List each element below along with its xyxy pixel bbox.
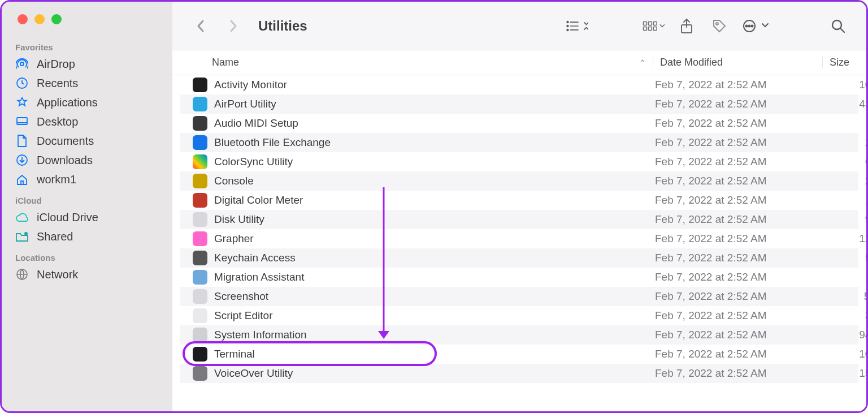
file-size: 1.4 MB xyxy=(822,271,866,283)
file-row[interactable]: VoiceOver UtilityFeb 7, 2022 at 2:52 AM1… xyxy=(180,364,858,383)
file-row[interactable]: Audio MIDI SetupFeb 7, 2022 at 2:52 AM10… xyxy=(180,114,858,133)
sidebar-item-network[interactable]: Network xyxy=(6,265,168,284)
app-icon xyxy=(193,135,207,150)
sidebar-item-label: iCloud Drive xyxy=(37,211,98,224)
file-row[interactable]: AirPort UtilityFeb 7, 2022 at 2:52 AM43.… xyxy=(180,94,858,114)
file-date: Feb 7, 2022 at 2:52 AM xyxy=(653,117,822,130)
sidebar-item-label: Desktop xyxy=(37,115,78,128)
file-row[interactable]: Digital Color MeterFeb 7, 2022 at 2:52 A… xyxy=(180,191,858,210)
folder-shared-icon xyxy=(15,230,29,243)
tags-button[interactable] xyxy=(708,15,731,37)
sidebar-item-downloads[interactable]: Downloads xyxy=(6,150,168,170)
file-name: AirPort Utility xyxy=(214,98,276,110)
search-button[interactable] xyxy=(827,15,849,37)
column-size-header[interactable]: Size xyxy=(822,57,868,68)
close-window-button[interactable] xyxy=(18,14,28,24)
toolbar: Utilities xyxy=(172,2,866,50)
column-name-header[interactable]: Name ⌃ xyxy=(172,57,653,68)
app-icon xyxy=(193,154,207,169)
sidebar-item-applications[interactable]: Applications xyxy=(6,93,168,112)
apps-icon xyxy=(15,96,29,109)
globe-icon xyxy=(15,268,29,281)
view-list-button[interactable] xyxy=(566,15,588,37)
minimize-window-button[interactable] xyxy=(34,14,45,24)
svg-rect-14 xyxy=(648,21,652,25)
sidebar-item-documents[interactable]: Documents xyxy=(6,131,168,150)
file-date: Feb 7, 2022 at 2:52 AM xyxy=(653,213,822,226)
file-date: Feb 7, 2022 at 2:52 AM xyxy=(653,175,822,187)
file-name: Screenshot xyxy=(214,290,268,303)
file-row[interactable]: ColorSync UtilityFeb 7, 2022 at 2:52 AM6… xyxy=(180,152,858,171)
sidebar-item-label: Shared xyxy=(37,230,73,243)
back-button[interactable] xyxy=(189,15,212,37)
file-row[interactable]: System InformationFeb 7, 2022 at 2:52 AM… xyxy=(180,325,858,345)
file-row[interactable]: Keychain AccessFeb 7, 2022 at 2:52 AM5.7… xyxy=(180,248,858,268)
app-icon xyxy=(193,308,207,323)
forward-button[interactable] xyxy=(222,15,245,37)
cloud-icon xyxy=(15,210,29,224)
file-row[interactable]: TerminalFeb 7, 2022 at 2:52 AM10.6 MBApp… xyxy=(180,345,858,364)
fullscreen-window-button[interactable] xyxy=(51,14,62,24)
file-row[interactable]: Bluetooth File ExchangeFeb 7, 2022 at 2:… xyxy=(180,133,858,152)
svg-line-26 xyxy=(840,28,844,32)
app-icon xyxy=(193,78,207,92)
file-row[interactable]: Migration AssistantFeb 7, 2022 at 2:52 A… xyxy=(180,268,858,287)
doc-icon xyxy=(15,134,29,148)
svg-point-5 xyxy=(24,232,28,235)
file-size: 3.3 MB xyxy=(822,309,866,322)
svg-point-9 xyxy=(567,25,568,27)
app-icon xyxy=(193,116,207,131)
file-size: 10.6 MB xyxy=(822,348,866,360)
file-row[interactable]: GrapherFeb 7, 2022 at 2:52 AM12.8 MBAppl… xyxy=(180,229,858,248)
sidebar-item-label: Network xyxy=(37,268,78,281)
svg-point-22 xyxy=(746,25,748,27)
column-date-header[interactable]: Date Modified xyxy=(653,57,822,68)
file-row[interactable]: Script EditorFeb 7, 2022 at 2:52 AM3.3 M… xyxy=(180,306,858,325)
sidebar-item-icloud-drive[interactable]: iCloud Drive xyxy=(6,208,168,227)
svg-rect-16 xyxy=(643,27,646,30)
file-size: 2.7 MB xyxy=(822,175,866,187)
share-button[interactable] xyxy=(675,15,698,37)
action-menu-button[interactable] xyxy=(741,15,772,37)
svg-rect-18 xyxy=(653,27,657,30)
file-row[interactable]: Activity MonitorFeb 7, 2022 at 2:52 AM10… xyxy=(180,75,858,94)
sidebar-item-label: Applications xyxy=(37,96,98,109)
sidebar-item-label: Documents xyxy=(37,135,94,148)
sidebar-item-recents[interactable]: Recents xyxy=(6,74,168,93)
file-size: 6.8 MB xyxy=(822,156,866,168)
sidebar-item-airdrop[interactable]: AirDrop xyxy=(6,54,168,74)
download-icon xyxy=(15,153,29,167)
airdrop-icon xyxy=(15,57,29,71)
app-icon xyxy=(193,174,207,188)
file-name: Keychain Access xyxy=(214,252,296,264)
svg-point-11 xyxy=(567,29,568,31)
file-row[interactable]: Disk UtilityFeb 7, 2022 at 2:52 AM9.3 MB… xyxy=(180,210,858,229)
sidebar-item-workm1[interactable]: workm1 xyxy=(6,170,168,189)
file-date: Feb 7, 2022 at 2:52 AM xyxy=(653,79,822,91)
window-controls xyxy=(6,10,168,35)
file-row[interactable]: ScreenshotFeb 7, 2022 at 2:52 AM508 KBAp… xyxy=(180,287,858,306)
file-name: Console xyxy=(214,175,254,187)
file-row[interactable]: ConsoleFeb 7, 2022 at 2:52 AM2.7 MBAppli… xyxy=(180,171,858,191)
sidebar-item-shared[interactable]: Shared xyxy=(6,227,168,246)
sidebar-item-desktop[interactable]: Desktop xyxy=(6,112,168,131)
file-date: Feb 7, 2022 at 2:52 AM xyxy=(653,290,822,303)
file-name: Grapher xyxy=(214,233,254,245)
sidebar-section-locations: Locations xyxy=(6,251,168,265)
column-headers: Name ⌃ Date Modified Size Kind xyxy=(172,50,866,75)
app-icon xyxy=(193,366,207,381)
svg-point-0 xyxy=(20,62,24,66)
file-date: Feb 7, 2022 at 2:52 AM xyxy=(653,98,822,110)
file-date: Feb 7, 2022 at 2:52 AM xyxy=(653,156,822,168)
app-icon xyxy=(193,97,207,111)
svg-point-23 xyxy=(749,25,750,27)
file-name: Terminal xyxy=(214,348,255,360)
file-name: Disk Utility xyxy=(214,213,264,226)
desktop-icon xyxy=(15,115,29,128)
file-date: Feb 7, 2022 at 2:52 AM xyxy=(653,367,822,380)
sort-ascending-icon: ⌃ xyxy=(639,58,646,67)
app-icon xyxy=(193,251,207,265)
sidebar-section-icloud: iCloud xyxy=(6,193,168,208)
file-name: Bluetooth File Exchange xyxy=(214,136,331,149)
group-by-button[interactable] xyxy=(643,15,665,37)
